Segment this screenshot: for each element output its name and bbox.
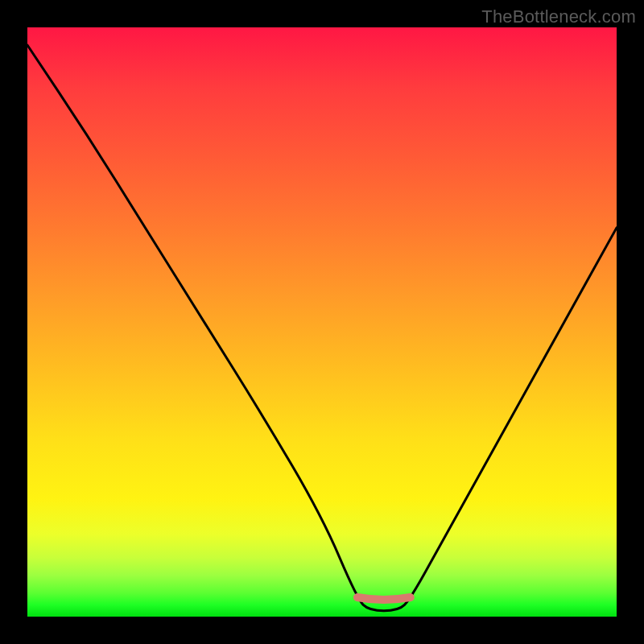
chart-frame: TheBottleneck.com xyxy=(0,0,644,644)
optimal-range-marker xyxy=(357,597,411,600)
watermark-text: TheBottleneck.com xyxy=(481,6,636,27)
chart-plot-area xyxy=(27,27,617,617)
bottleneck-curve-line xyxy=(27,45,617,611)
chart-svg xyxy=(27,27,617,617)
